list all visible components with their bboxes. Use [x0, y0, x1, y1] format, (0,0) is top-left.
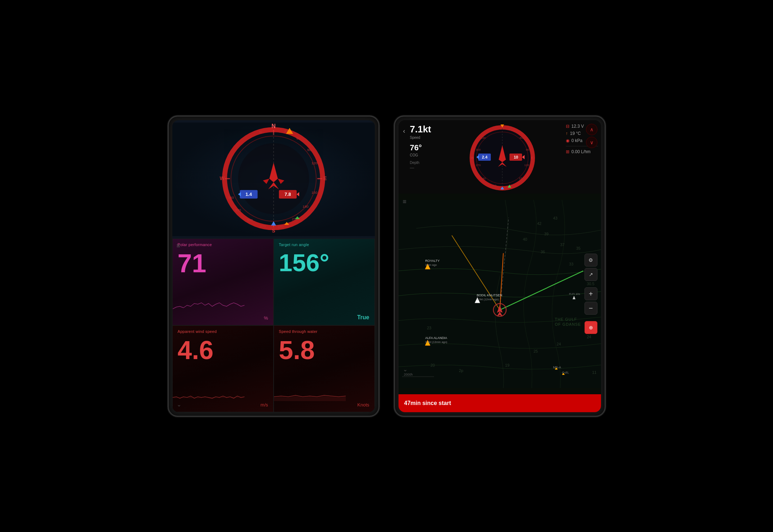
svg-text:39: 39 — [544, 232, 548, 236]
speed-unit: Knots — [357, 402, 369, 408]
svg-text:120: 120 — [311, 161, 317, 165]
svg-text:24: 24 — [557, 342, 561, 346]
svg-text:24: 24 — [587, 335, 591, 339]
svg-text:2000h: 2000h — [404, 373, 413, 376]
svg-text:Fl.FI 10s: Fl.FI 10s — [569, 292, 580, 296]
svg-text:ALFA ALANDIA: ALFA ALANDIA — [425, 336, 447, 340]
zoom-out-button[interactable]: − — [585, 302, 597, 315]
svg-text:33: 33 — [569, 262, 573, 266]
scroll-up-button[interactable]: ∧ — [586, 124, 597, 135]
svg-text:210: 210 — [492, 184, 497, 187]
svg-text:BODIL KNUTSEN: BODIL KNUTSEN — [476, 293, 502, 297]
left-screen: N E S W 30 60 90 120 150 180 210 240 270… — [172, 120, 375, 412]
right-header: ‹ 7.1kt Speed 76° COG Depth — — [399, 120, 601, 194]
polar-performance-tile: Polar performance 71 % — [172, 239, 274, 325]
svg-text:7.8: 7.8 — [284, 192, 291, 197]
map-menu-icon[interactable]: ≡ — [403, 198, 407, 206]
speed-display: 7.1kt — [410, 124, 439, 135]
svg-text:150: 150 — [311, 190, 317, 194]
right-tablet: ‹ 7.1kt Speed 76° COG Depth — — [394, 116, 606, 417]
right-screen: ‹ 7.1kt Speed 76° COG Depth — — [399, 120, 601, 412]
speed-value: 7.1kt — [410, 124, 431, 135]
right-btn-1[interactable] — [378, 221, 379, 231]
wind-value: 4.6 — [178, 337, 268, 363]
svg-text:30: 30 — [509, 128, 512, 131]
svg-text:330: 330 — [481, 136, 486, 140]
volume-down-r[interactable] — [394, 268, 395, 286]
target-value: 156° — [279, 250, 369, 275]
compass-button[interactable]: ⊕ — [585, 321, 597, 334]
settings-map-icon[interactable]: ⚙ — [585, 254, 597, 267]
target-unit: True — [357, 314, 369, 321]
voltage-value: 12.3 V — [572, 124, 584, 129]
power-button-r[interactable] — [394, 236, 395, 246]
svg-text:THE GULF: THE GULF — [555, 317, 577, 321]
svg-text:ROYALTY: ROYALTY — [425, 259, 439, 263]
svg-text:0.0kt (12min ago): 0.0kt (12min ago) — [476, 298, 499, 301]
flow-value: 0.00 L/hm — [572, 149, 591, 154]
battery-icon: ⊟ — [566, 124, 569, 129]
svg-text:240: 240 — [278, 224, 284, 228]
svg-text:OF GDANSE: OF GDANSE — [555, 322, 581, 326]
speed-label: Speed through water — [279, 329, 369, 334]
svg-text:42: 42 — [537, 221, 541, 225]
power-button[interactable] — [168, 236, 169, 246]
svg-text:90: 90 — [526, 148, 529, 151]
wind-unit: m/s — [261, 402, 268, 408]
left-stats: 7.1kt Speed 76° COG Depth — — [410, 124, 439, 170]
svg-text:35: 35 — [576, 246, 580, 250]
depth-value: — — [410, 165, 439, 170]
svg-text:180: 180 — [302, 204, 308, 208]
speed-label-r: Speed — [410, 136, 439, 140]
svg-text:19: 19 — [505, 363, 509, 367]
pointer-icon[interactable]: ↗ — [585, 268, 597, 281]
svg-text:360: 360 — [228, 196, 234, 199]
svg-text:40: 40 — [523, 237, 527, 241]
scroll-down-button[interactable]: ∨ — [586, 137, 597, 148]
svg-text:25: 25 — [534, 349, 538, 353]
volume-down-button[interactable] — [168, 268, 169, 286]
map-controls: ⚙ ↗ + − ⊕ — [585, 254, 597, 334]
map-chevron-icon[interactable]: ⌄ — [403, 366, 408, 373]
right-compass-container: N E S W 30 60 90 120 150 180 210 240 270… — [439, 124, 566, 192]
svg-text:120: 120 — [524, 164, 529, 167]
back-button[interactable]: ‹ — [401, 126, 407, 137]
target-angle-tile: Target run angle 156° True — [274, 239, 375, 325]
svg-text:W: W — [471, 156, 474, 160]
volume-up-button[interactable] — [168, 248, 169, 266]
compass-section: N E S W 30 60 90 120 150 180 210 240 270… — [172, 120, 375, 239]
svg-text:60: 60 — [520, 136, 523, 140]
menu-icon[interactable]: ≡ — [177, 242, 181, 250]
chevron-down-icon[interactable]: ⌄ — [177, 401, 181, 408]
target-label: Target run angle — [279, 243, 369, 247]
zoom-in-button[interactable]: + — [585, 287, 597, 300]
svg-text:37: 37 — [560, 242, 564, 246]
svg-text:2.4: 2.4 — [482, 155, 488, 159]
volume-up-r[interactable] — [394, 248, 395, 266]
mute-button[interactable] — [168, 288, 169, 298]
svg-text:300: 300 — [476, 148, 481, 151]
svg-text:0.0kt (13min ago): 0.0kt (13min ago) — [425, 340, 447, 344]
svg-text:270: 270 — [260, 224, 266, 228]
scene: N E S W 30 60 90 120 150 180 210 240 270… — [153, 101, 620, 431]
dashboard-grid: Polar performance 71 % Target run angle … — [172, 239, 375, 412]
top-right-controls: ∧ ∨ — [586, 124, 597, 148]
svg-text:W: W — [219, 175, 224, 181]
svg-text:E: E — [531, 156, 533, 160]
status-text: 47min since start — [404, 400, 451, 406]
svg-text:3min ago: 3min ago — [425, 263, 437, 267]
svg-text:N: N — [259, 130, 261, 134]
svg-text:1.4: 1.4 — [245, 192, 252, 197]
pressure-value: 0 kPa — [572, 138, 583, 143]
svg-text:N: N — [271, 123, 275, 129]
svg-text:240: 240 — [481, 177, 486, 180]
temp-icon: ↑ — [566, 131, 568, 136]
svg-text:11: 11 — [592, 370, 596, 375]
polar-label: Polar performance — [178, 243, 268, 247]
svg-text:300: 300 — [247, 218, 253, 222]
svg-text:23: 23 — [427, 326, 431, 330]
wind-label: Apparent wind speed — [178, 329, 268, 334]
svg-text:S: S — [272, 228, 275, 234]
temp-value: 19 °C — [570, 131, 581, 136]
polar-value: 71 — [178, 250, 268, 276]
